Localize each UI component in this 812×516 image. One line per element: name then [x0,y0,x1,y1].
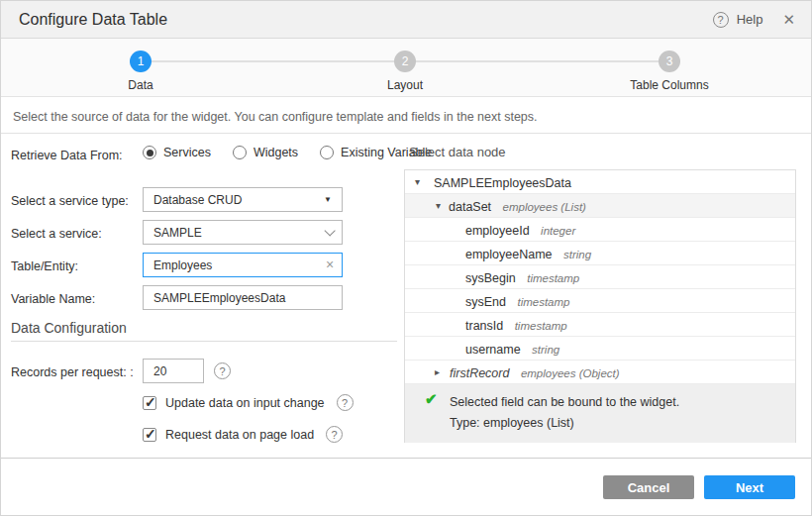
title-bar: Configure Data Table Help [1,1,811,39]
caret-down-icon[interactable] [415,170,420,193]
records-per-request-label: Records per request: : [11,365,134,379]
chevron-down-icon [324,225,335,236]
close-icon[interactable] [782,11,795,29]
caret-right-icon[interactable] [435,361,440,383]
service-value: SAMPLE [153,226,202,240]
configure-data-table-dialog: Configure Data Table Help 1 Data 2 Layou… [0,0,812,516]
tree-node-firstrecord[interactable]: firstRecord employees (Object) [405,361,795,384]
service-label: Select a service: [11,227,102,241]
table-entity-input[interactable] [143,253,343,277]
help-icon[interactable] [326,426,343,443]
table-entity-label: Table/Entity: [11,259,78,273]
cancel-button[interactable]: Cancel [603,475,694,499]
divider [11,341,397,342]
checkbox-label: Update data on input change [165,396,325,410]
radio-selected-icon [143,146,156,159]
checkbox-label: Request data on page load [165,428,314,442]
tree-node-sysbegin[interactable]: sysBegin timestamp [405,265,795,289]
binding-info-panel: Selected field can be bound to the widge… [405,384,795,443]
radio-services[interactable]: Services [143,146,211,159]
next-button[interactable]: Next [704,475,795,499]
select-data-node-title: Select data node [409,145,506,159]
wizard-description: Select the source of data for the widget… [13,110,538,124]
step-table-columns[interactable]: 3 Table Columns [600,51,739,92]
dropdown-caret-icon [324,195,332,204]
tree-node-employeeid[interactable]: employeeId integer [405,218,795,242]
tree-node-employeename[interactable]: employeeName string [405,242,795,265]
step-label: Data [128,78,152,92]
records-per-request-input[interactable] [143,359,204,383]
data-configuration-title: Data Configuration [11,320,127,336]
request-data-checkbox-row: Request data on page load [143,426,343,443]
divider [1,458,811,459]
binding-info-type: Type: employees (List) [450,413,783,434]
tree-node-transid[interactable]: transId timestamp [405,313,795,337]
help-icon[interactable] [214,362,231,379]
service-type-value: Database CRUD [153,193,242,207]
service-select[interactable]: SAMPLE [143,220,343,245]
radio-icon [320,146,334,159]
step-label: Layout [387,78,423,92]
titlebar-actions: Help [713,11,795,29]
step-label: Table Columns [630,78,708,92]
clear-input-icon[interactable] [326,257,334,272]
update-data-checkbox-row: Update data on input change [143,394,354,411]
step-data[interactable]: 1 Data [71,51,210,92]
wizard-stepper: 1 Data 2 Layout 3 Table Columns [1,39,811,97]
help-icon[interactable] [713,12,729,28]
step-layout[interactable]: 2 Layout [336,51,474,92]
divider [1,133,811,134]
help-icon[interactable] [337,394,354,411]
tree-node-username[interactable]: username string [405,337,795,361]
help-link[interactable]: Help [737,12,763,27]
radio-label: Services [163,146,211,159]
tree-node-root[interactable]: SAMPLEEmployeesData [405,170,795,194]
radio-icon [233,146,247,159]
step-number-badge: 3 [659,51,680,72]
retrieve-data-from-label: Retrieve Data From: [11,149,123,162]
success-check-icon [425,390,438,408]
checkbox-checked-icon[interactable] [143,428,156,442]
tree-node-dataset[interactable]: dataSet employees (List) [405,194,795,218]
step-number-badge: 2 [394,51,416,72]
caret-down-icon[interactable] [436,194,441,217]
variable-name-label: Variable Name: [11,292,95,306]
radio-label: Widgets [254,146,298,159]
binding-info-message: Selected field can be bound to the widge… [450,392,783,413]
data-node-tree: SAMPLEEmployeesData dataSet employees (L… [404,169,796,443]
retrieve-data-radio-group: Services Widgets Existing Variable [143,146,432,159]
service-type-label: Select a service type: [11,194,129,208]
dialog-title: Configure Data Table [19,11,167,29]
checkbox-checked-icon[interactable] [143,396,156,410]
variable-name-input[interactable] [143,285,343,310]
tree-node-sysend[interactable]: sysEnd timestamp [405,289,795,313]
radio-widgets[interactable]: Widgets [233,146,298,159]
service-type-select[interactable]: Database CRUD [143,187,343,212]
step-number-badge: 1 [130,51,152,72]
